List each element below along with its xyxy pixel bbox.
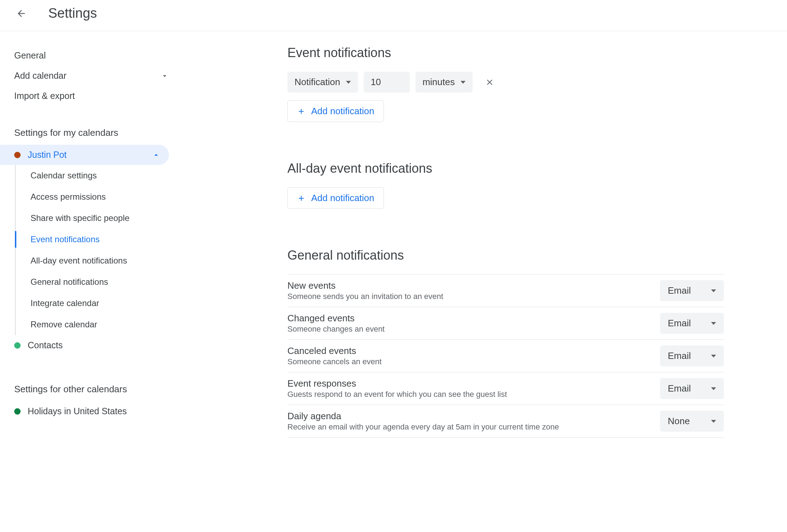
calendar-name: Contacts <box>28 340 63 350</box>
calendar-name: Holidays in United States <box>28 406 127 416</box>
page-title: Settings <box>48 6 97 21</box>
notification-type-select[interactable]: Notification <box>287 72 358 93</box>
subnav-remove-calendar[interactable]: Remove calendar <box>16 314 177 335</box>
gn-title: Event responses <box>287 378 507 389</box>
gn-row-daily-agenda: Daily agenda Receive an email with your … <box>287 405 724 438</box>
general-notifications-list: New events Someone sends you an invitati… <box>287 274 724 438</box>
gn-title: Canceled events <box>287 345 381 356</box>
calendar-color-dot <box>14 342 21 349</box>
subnav-access-permissions[interactable]: Access permissions <box>16 186 177 207</box>
sidebar: General Add calendar Import & export Set… <box>0 31 177 452</box>
gn-select-changed-events[interactable]: Email <box>660 313 724 334</box>
sidebar-item-add-calendar[interactable]: Add calendar <box>0 66 177 86</box>
sidebar-item-general[interactable]: General <box>0 45 177 66</box>
gn-select-new-events[interactable]: Email <box>660 280 724 301</box>
section-title: General notifications <box>287 248 724 263</box>
calendar-name: Justin Pot <box>28 150 67 160</box>
button-label: Add notification <box>311 193 374 204</box>
gn-row-canceled-events: Canceled events Someone cancels an event… <box>287 340 724 372</box>
arrow-left-icon <box>16 8 27 19</box>
sidebar-item-import-export[interactable]: Import & export <box>0 86 177 106</box>
add-notification-button[interactable]: Add notification <box>287 100 384 122</box>
caret-down-icon <box>346 81 351 84</box>
select-value: minutes <box>423 77 455 88</box>
section-event-notifications: Event notifications Notification minutes… <box>287 45 724 122</box>
section-allday-notifications: All-day event notifications Add notifica… <box>287 161 724 209</box>
gn-desc: Someone changes an event <box>287 325 385 334</box>
sidebar-heading-other-calendars: Settings for other calendars <box>0 355 177 401</box>
sidebar-calendar-contacts[interactable]: Contacts <box>0 335 169 355</box>
calendar-subnav: Calendar settings Access permissions Sha… <box>15 165 177 335</box>
subnav-share-specific-people[interactable]: Share with specific people <box>16 207 177 229</box>
select-value: Email <box>668 350 691 361</box>
select-value: None <box>668 416 690 427</box>
gn-row-new-events: New events Someone sends you an invitati… <box>287 275 724 307</box>
caret-down-icon <box>711 322 716 325</box>
chevron-down-icon <box>160 72 169 80</box>
gn-title: Daily agenda <box>287 411 559 422</box>
gn-select-daily-agenda[interactable]: None <box>660 411 724 432</box>
gn-title: New events <box>287 280 443 291</box>
caret-down-icon <box>711 420 716 423</box>
section-title: All-day event notifications <box>287 161 724 176</box>
subnav-calendar-settings[interactable]: Calendar settings <box>16 165 177 186</box>
plus-icon <box>297 194 306 203</box>
notification-row: Notification minutes <box>287 72 724 93</box>
select-value: Email <box>668 318 691 329</box>
subnav-general-notifications[interactable]: General notifications <box>16 271 177 293</box>
sidebar-item-label: General <box>14 50 46 61</box>
gn-desc: Someone cancels an event <box>287 357 381 366</box>
select-value: Email <box>668 383 691 394</box>
notification-unit-select[interactable]: minutes <box>415 72 473 93</box>
main-content: Event notifications Notification minutes… <box>177 31 787 452</box>
header: Settings <box>0 0 787 31</box>
section-title: Event notifications <box>287 45 724 60</box>
caret-down-icon <box>461 81 466 84</box>
gn-select-canceled-events[interactable]: Email <box>660 345 724 366</box>
section-general-notifications: General notifications New events Someone… <box>287 248 724 438</box>
sidebar-heading-my-calendars: Settings for my calendars <box>0 106 177 145</box>
caret-down-icon <box>711 387 716 390</box>
select-value: Email <box>668 285 691 296</box>
chevron-up-icon <box>152 151 160 159</box>
gn-select-event-responses[interactable]: Email <box>660 378 724 399</box>
layout: General Add calendar Import & export Set… <box>0 31 787 452</box>
sidebar-item-label: Add calendar <box>14 71 66 81</box>
sidebar-calendar-justin-pot[interactable]: Justin Pot <box>0 145 169 165</box>
calendar-color-dot <box>14 152 21 158</box>
gn-row-event-responses: Event responses Guests respond to an eve… <box>287 372 724 405</box>
gn-title: Changed events <box>287 313 385 324</box>
subnav-integrate-calendar[interactable]: Integrate calendar <box>16 293 177 314</box>
add-allday-notification-button[interactable]: Add notification <box>287 187 384 209</box>
caret-down-icon <box>711 289 716 292</box>
subnav-allday-event-notifications[interactable]: All-day event notifications <box>16 250 177 271</box>
subnav-event-notifications[interactable]: Event notifications <box>16 229 177 250</box>
remove-notification-button[interactable] <box>483 75 497 89</box>
notification-value-input[interactable] <box>364 72 410 93</box>
calendar-color-dot <box>14 408 21 415</box>
button-label: Add notification <box>311 106 374 117</box>
sidebar-item-label: Import & export <box>14 91 75 101</box>
sidebar-calendar-holidays-us[interactable]: Holidays in United States <box>0 401 169 421</box>
gn-desc: Guests respond to an event for which you… <box>287 390 507 399</box>
gn-desc: Someone sends you an invitation to an ev… <box>287 292 443 301</box>
close-icon <box>485 78 494 87</box>
caret-down-icon <box>711 355 716 358</box>
plus-icon <box>297 107 306 116</box>
back-button[interactable] <box>14 6 28 21</box>
gn-row-changed-events: Changed events Someone changes an event … <box>287 307 724 340</box>
gn-desc: Receive an email with your agenda every … <box>287 422 559 432</box>
select-value: Notification <box>295 77 340 88</box>
